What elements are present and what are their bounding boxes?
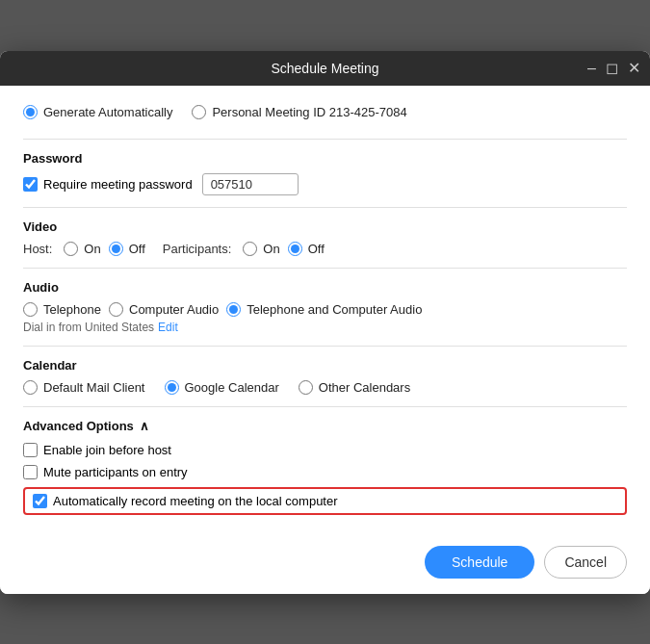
host-on-radio[interactable]: [64, 242, 78, 256]
title-bar: Schedule Meeting – ◻ ✕: [0, 51, 650, 86]
calendar-row: Default Mail Client Google Calendar Othe…: [23, 380, 627, 395]
require-password-option[interactable]: Require meeting password: [23, 177, 193, 192]
audio-row: Telephone Computer Audio Telephone and C…: [23, 302, 627, 317]
host-off-option[interactable]: Off: [109, 242, 145, 256]
dial-in-label: Dial in from United States: [23, 321, 154, 334]
enable-join-label: Enable join before host: [43, 443, 171, 457]
cancel-button[interactable]: Cancel: [544, 546, 627, 579]
telephone-and-computer-radio[interactable]: [226, 302, 241, 317]
host-off-label: Off: [129, 242, 145, 256]
divider-1: [23, 139, 627, 140]
telephone-and-computer-label: Telephone and Computer Audio: [247, 302, 422, 317]
advanced-options-toggle[interactable]: Advanced Options ∧: [23, 419, 627, 433]
video-section: Video Host: On Off Participants: On: [23, 219, 627, 256]
telephone-and-computer-option[interactable]: Telephone and Computer Audio: [226, 302, 422, 317]
window-controls: – ◻ ✕: [587, 61, 640, 76]
password-section: Password Require meeting password 057510: [23, 151, 627, 195]
participants-off-radio[interactable]: [288, 242, 302, 256]
other-calendars-option[interactable]: Other Calendars: [299, 380, 410, 395]
computer-audio-radio[interactable]: [109, 302, 123, 317]
personal-id-radio[interactable]: [192, 105, 206, 119]
edit-link[interactable]: Edit: [158, 321, 178, 334]
host-on-option[interactable]: On: [64, 242, 100, 256]
divider-4: [23, 346, 627, 347]
default-mail-label: Default Mail Client: [43, 380, 145, 395]
minimize-button[interactable]: –: [587, 61, 596, 76]
mute-participants-option[interactable]: Mute participants on entry: [23, 465, 627, 479]
chevron-up-icon: ∧: [140, 419, 149, 433]
telephone-option[interactable]: Telephone: [23, 302, 101, 317]
close-button[interactable]: ✕: [628, 61, 640, 76]
personal-id-option[interactable]: Personal Meeting ID 213-425-7084: [192, 105, 406, 119]
mute-participants-checkbox[interactable]: [23, 465, 38, 479]
personal-id-label: Personal Meeting ID 213-425-7084: [212, 105, 406, 119]
google-calendar-radio[interactable]: [165, 380, 179, 395]
require-password-label: Require meeting password: [43, 177, 193, 192]
participants-on-option[interactable]: On: [243, 242, 279, 256]
calendar-title: Calendar: [23, 358, 627, 373]
restore-button[interactable]: ◻: [606, 61, 618, 76]
default-mail-option[interactable]: Default Mail Client: [23, 380, 145, 395]
video-title: Video: [23, 219, 627, 234]
schedule-button[interactable]: Schedule: [425, 546, 534, 579]
password-row: Require meeting password 057510: [23, 173, 627, 195]
divider-3: [23, 268, 627, 269]
mute-participants-label: Mute participants on entry: [43, 465, 188, 479]
other-calendars-label: Other Calendars: [319, 380, 410, 395]
meeting-id-row: Generate Automatically Personal Meeting …: [23, 101, 627, 127]
generate-auto-label: Generate Automatically: [43, 105, 172, 119]
participants-on-label: On: [263, 242, 279, 256]
host-off-radio[interactable]: [109, 242, 123, 256]
default-mail-radio[interactable]: [23, 380, 38, 395]
computer-audio-option[interactable]: Computer Audio: [109, 302, 219, 317]
google-calendar-label: Google Calendar: [185, 380, 279, 395]
schedule-meeting-window: Schedule Meeting – ◻ ✕ Generate Automati…: [0, 51, 650, 594]
computer-audio-label: Computer Audio: [129, 302, 219, 317]
divider-2: [23, 207, 627, 208]
require-password-checkbox[interactable]: [23, 177, 38, 192]
auto-record-highlighted: Automatically record meeting on the loca…: [23, 487, 627, 515]
advanced-options-section: Advanced Options ∧ Enable join before ho…: [23, 419, 627, 515]
auto-record-checkbox[interactable]: [33, 494, 47, 508]
video-row: Host: On Off Participants: On Off: [23, 242, 627, 256]
dialog-footer: Schedule Cancel: [0, 534, 650, 594]
password-input[interactable]: 057510: [202, 173, 299, 195]
generate-auto-option[interactable]: Generate Automatically: [23, 105, 172, 119]
dialog-content: Generate Automatically Personal Meeting …: [0, 86, 650, 534]
audio-section: Audio Telephone Computer Audio Telephone…: [23, 280, 627, 334]
audio-title: Audio: [23, 280, 627, 295]
host-on-label: On: [84, 242, 100, 256]
telephone-label: Telephone: [43, 302, 101, 317]
advanced-options-list: Enable join before host Mute participant…: [23, 443, 627, 515]
host-label: Host:: [23, 242, 52, 256]
auto-record-label: Automatically record meeting on the loca…: [53, 494, 338, 508]
participants-off-option[interactable]: Off: [288, 242, 325, 256]
audio-subrow: Dial in from United States Edit: [23, 321, 627, 334]
participants-label: Participants:: [163, 242, 232, 256]
calendar-section: Calendar Default Mail Client Google Cale…: [23, 358, 627, 395]
other-calendars-radio[interactable]: [299, 380, 313, 395]
google-calendar-option[interactable]: Google Calendar: [165, 380, 279, 395]
generate-auto-radio[interactable]: [23, 105, 38, 119]
advanced-options-title: Advanced Options: [23, 419, 134, 433]
participants-off-label: Off: [308, 242, 325, 256]
participants-on-radio[interactable]: [243, 242, 257, 256]
password-title: Password: [23, 151, 627, 166]
telephone-radio[interactable]: [23, 302, 38, 317]
enable-join-option[interactable]: Enable join before host: [23, 443, 627, 457]
enable-join-checkbox[interactable]: [23, 443, 38, 457]
divider-5: [23, 406, 627, 407]
window-title: Schedule Meeting: [271, 61, 378, 76]
auto-record-option[interactable]: Automatically record meeting on the loca…: [33, 494, 338, 508]
